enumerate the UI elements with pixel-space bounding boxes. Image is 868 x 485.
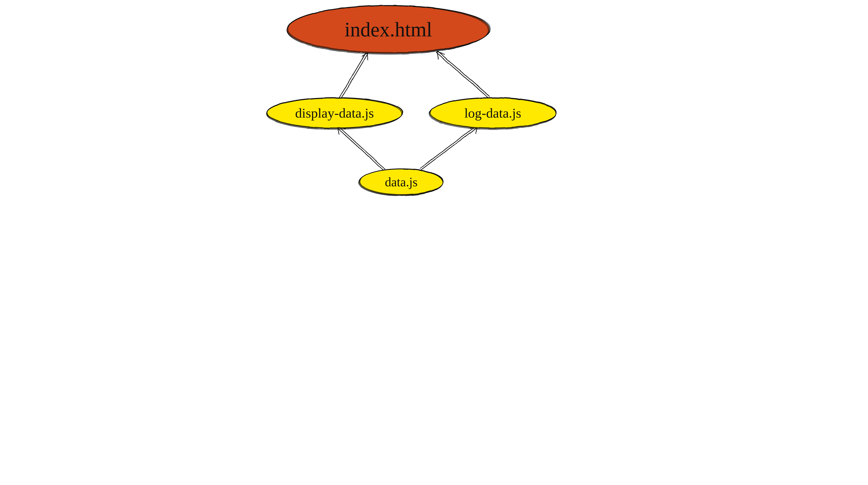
svg-line-5: [438, 51, 490, 96]
edge-bottom-to-right: [420, 125, 478, 170]
edge-left-to-root: [339, 53, 368, 99]
node-root: index.html: [287, 13, 490, 46]
node-bottom-label: data.js: [385, 175, 418, 189]
node-left: display-data.js: [267, 103, 402, 123]
svg-line-13: [420, 125, 477, 169]
svg-line-6: [437, 52, 438, 59]
svg-line-1: [341, 53, 368, 99]
edge-bottom-to-left: [337, 126, 385, 171]
node-bottom: data.js: [360, 172, 443, 192]
node-left-label: display-data.js: [295, 105, 374, 121]
svg-line-8: [337, 127, 384, 171]
svg-line-9: [338, 126, 385, 169]
svg-line-12: [421, 127, 478, 170]
node-right-label: log-data.js: [464, 105, 521, 121]
diagram-canvas: index.html display-data.js log-data.js d…: [265, 0, 603, 197]
svg-line-4: [436, 53, 488, 98]
node-root-label: index.html: [344, 18, 432, 41]
node-right: log-data.js: [430, 103, 556, 123]
svg-line-0: [339, 53, 366, 98]
edge-right-to-root: [436, 51, 490, 98]
